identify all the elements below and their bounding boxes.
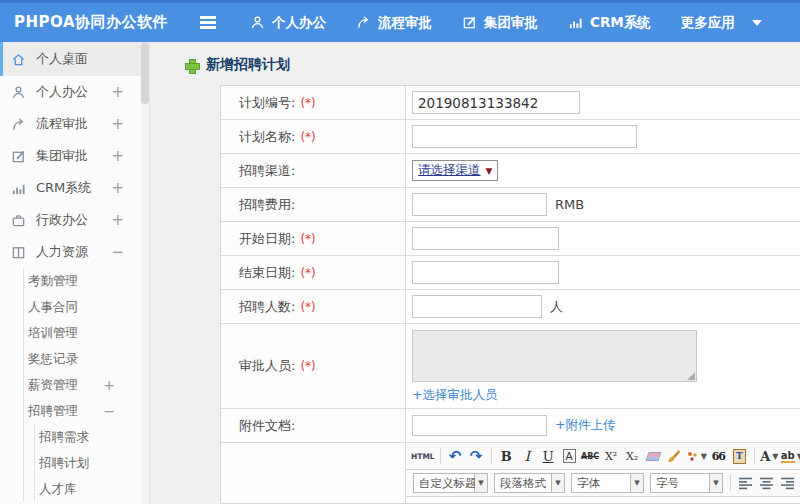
align-left-button[interactable] (736, 473, 755, 494)
resize-handle-icon[interactable] (687, 372, 695, 380)
font-color-button[interactable]: A ▼ (760, 446, 779, 467)
sidebar-item-talent-pool[interactable]: 人才库 (35, 476, 141, 502)
sidebar-item-personal-office[interactable]: 个人办公 + (0, 76, 141, 108)
select-approvers-link[interactable]: +选择审批人员 (412, 387, 497, 404)
undo-button[interactable]: ↶ (446, 446, 465, 467)
blockquote-button[interactable]: 66 (709, 446, 728, 467)
sidebar-item-hr-contract[interactable]: 人事合同 (24, 294, 141, 320)
caret-down-icon: ▼ (475, 473, 488, 493)
form-row-plan-name: 计划名称: (*) (221, 120, 800, 154)
nav-personal-office[interactable]: 个人办公 (250, 14, 326, 32)
sidebar-item-recruit-plan[interactable]: 招聘计划 (35, 450, 141, 476)
nav-group-approval[interactable]: 集团审批 (462, 14, 538, 32)
field-label: 招聘费用: (239, 196, 295, 214)
headcount-input[interactable] (412, 295, 542, 318)
sidebar-item-training[interactable]: 培训管理 (24, 320, 141, 346)
sidebar-item-desktop[interactable]: 个人桌面 (0, 42, 141, 76)
scrollbar-thumb[interactable] (141, 42, 149, 104)
main-content: 新增招聘计划 计划编号: (*) 计划名称: (*) (150, 42, 800, 504)
caret-down-icon: ▼ (772, 452, 778, 461)
start-date-input[interactable] (412, 227, 559, 250)
align-center-icon (759, 477, 774, 490)
briefcase-icon (11, 213, 27, 228)
required-marker: (*) (300, 130, 315, 144)
redo-button[interactable]: ↷ (467, 446, 486, 467)
caret-down-icon: ▼ (701, 452, 707, 461)
align-center-button[interactable] (757, 473, 776, 494)
required-marker: (*) (300, 266, 315, 280)
toolbar-separator (491, 448, 492, 464)
sidebar-item-salary[interactable]: 薪资管理 + (24, 372, 141, 398)
highlight-color-button[interactable]: ab ▼ (781, 446, 800, 467)
font-size-select[interactable]: 字号 ▼ (650, 473, 723, 493)
italic-button[interactable]: I (518, 446, 537, 467)
sidebar-item-hr[interactable]: 人力资源 − (0, 236, 141, 268)
field-label: 招聘渠道: (239, 162, 295, 180)
caret-down-icon: ▼ (710, 473, 723, 493)
cost-input[interactable] (412, 193, 547, 216)
color-sprinkle-icon (686, 450, 699, 463)
plan-number-input[interactable] (412, 91, 580, 114)
nav-crm-system[interactable]: CRM系统 (568, 14, 651, 32)
field-label: 附件文档: (239, 417, 295, 435)
field-label: 计划名称: (239, 128, 295, 146)
required-marker: (*) (300, 96, 315, 110)
sidebar-scrollbar[interactable] (141, 42, 149, 504)
sidebar-toggle-button[interactable] (198, 13, 218, 33)
sidebar-item-rewards[interactable]: 奖惩记录 (24, 346, 141, 372)
paste-as-text-button[interactable]: T (730, 446, 749, 467)
empty-label-cell (221, 443, 406, 503)
sidebar-item-crm[interactable]: CRM系统 + (0, 172, 141, 204)
edit-icon (11, 149, 27, 164)
collapse-minus-icon[interactable]: − (103, 403, 115, 419)
recruit-plan-form: 计划编号: (*) 计划名称: (*) 招聘渠道: (220, 85, 800, 504)
expand-plus-icon[interactable]: + (111, 147, 124, 165)
nav-more-apps[interactable]: 更多应用 (681, 14, 762, 32)
sidebar-item-recruit-mgmt[interactable]: 招聘管理 − (24, 398, 141, 424)
expand-plus-icon[interactable]: + (111, 211, 124, 229)
char-border-button[interactable]: A (560, 446, 579, 467)
custom-title-select[interactable]: 自定义标题 ▼ (413, 473, 488, 493)
expand-plus-icon[interactable]: + (111, 83, 124, 101)
expand-plus-icon[interactable]: + (111, 115, 124, 133)
eraser-icon (645, 452, 661, 461)
font-family-select[interactable]: 字体 ▼ (571, 473, 644, 493)
remove-format-button[interactable] (644, 446, 663, 467)
channel-select[interactable]: 请选择渠道 ▼ (412, 160, 498, 181)
nav-workflow-approval[interactable]: 流程审批 (356, 14, 432, 32)
approvers-textarea[interactable] (412, 330, 697, 382)
paragraph-format-select[interactable]: 段落格式 ▼ (494, 473, 565, 493)
chart-icon (11, 181, 27, 196)
plan-name-input[interactable] (412, 125, 637, 148)
field-label: 开始日期: (239, 230, 295, 248)
currency-suffix: RMB (555, 197, 584, 212)
align-right-button[interactable] (778, 473, 797, 494)
expand-plus-icon[interactable]: + (111, 179, 124, 197)
sidebar-item-workflow-approval[interactable]: 流程审批 + (0, 108, 141, 140)
select-arrow-icon: ▼ (486, 166, 493, 176)
html-source-button[interactable]: HTML (411, 446, 435, 467)
format-painter-button[interactable] (665, 446, 684, 467)
sidebar-item-admin-office[interactable]: 行政办公 + (0, 204, 141, 236)
app-brand: PHPOA协同办公软件 (0, 13, 168, 32)
form-row-attachment: 附件文档: +附件上传 (221, 409, 800, 443)
underline-button[interactable]: U (539, 446, 558, 467)
toolbar-separator (730, 475, 731, 491)
paint-color-button[interactable]: ▼ (686, 446, 707, 467)
attachment-input[interactable] (412, 415, 547, 436)
sidebar-item-group-approval[interactable]: 集团审批 + (0, 140, 141, 172)
subscript-button[interactable]: X₂ (623, 446, 642, 467)
expand-plus-icon[interactable]: + (103, 377, 115, 393)
bold-button[interactable]: B (497, 446, 516, 467)
attachment-upload-link[interactable]: +附件上传 (555, 417, 615, 434)
sidebar-item-recruit-demand[interactable]: 招聘需求 (35, 424, 141, 450)
home-icon (11, 52, 27, 67)
strikethrough-button[interactable]: ABC (581, 446, 600, 467)
collapse-minus-icon[interactable]: − (111, 243, 124, 261)
sidebar-item-attendance[interactable]: 考勤管理 (24, 268, 141, 294)
superscript-button[interactable]: X² (602, 446, 621, 467)
end-date-input[interactable] (412, 261, 559, 284)
editor-content-area[interactable] (406, 497, 800, 503)
add-plus-icon (185, 59, 198, 72)
edit-icon (462, 15, 477, 30)
